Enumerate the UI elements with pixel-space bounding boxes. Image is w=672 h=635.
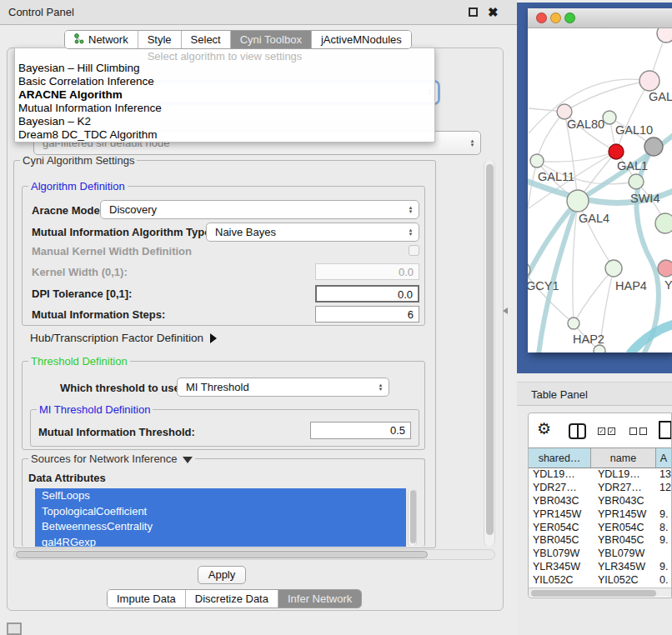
network-node[interactable] — [657, 28, 672, 42]
tab-infer-network[interactable]: Infer Network — [278, 590, 361, 608]
data-attribute-item[interactable]: TopologicalCoefficient — [35, 504, 406, 520]
zoom-window-icon[interactable] — [564, 12, 575, 23]
table-cell: YDR27… — [529, 482, 591, 495]
table-horizontal-scrollbar[interactable] — [529, 588, 672, 597]
tab-jactivemnodules[interactable]: jActiveMNodules — [312, 31, 411, 48]
network-node[interactable] — [603, 111, 616, 124]
table-row[interactable]: YBR045CYBR045C9. — [529, 534, 671, 548]
network-edge[interactable] — [528, 161, 537, 270]
apply-button[interactable]: Apply — [198, 566, 246, 584]
algorithm-option[interactable]: Basic Correlation Inference — [15, 75, 434, 88]
column-header-third[interactable]: A — [656, 448, 671, 468]
docked-panel-icon[interactable] — [7, 622, 22, 635]
select-all-icon-2[interactable]: ✓ — [608, 428, 615, 435]
table-row[interactable]: YER054CYER054C8. — [529, 522, 671, 535]
table-cell: YBL079W — [529, 548, 591, 561]
tab-select[interactable]: Select — [182, 31, 231, 48]
table-cell: YIL052C — [529, 574, 591, 588]
table-row[interactable]: YBR043CYBR043C — [529, 495, 671, 508]
deselect-all-icon-2[interactable] — [639, 428, 647, 435]
split-pane-collapse-arrow[interactable] — [503, 308, 508, 314]
close-panel-icon[interactable]: ✖ — [488, 5, 499, 20]
table-row[interactable]: YDR27…YDR27…12 — [529, 482, 671, 495]
dpi-tolerance-label: DPI Tolerance [0,1]: — [32, 288, 132, 300]
mi-threshold-field[interactable]: 0.5 — [310, 422, 411, 439]
network-window-titlebar[interactable] — [528, 8, 672, 28]
aracne-mode-label: Aracne Mode: — [32, 204, 103, 217]
network-node[interactable] — [639, 71, 659, 91]
column-header-shared-name[interactable]: shared… — [529, 448, 591, 468]
show-columns-icon[interactable] — [569, 423, 586, 439]
table-cell: 9. — [656, 508, 671, 522]
settings-horizontal-scrollbar[interactable] — [13, 549, 495, 560]
network-edge-thick[interactable] — [629, 323, 672, 352]
algorithm-option[interactable]: ARACNE Algorithm — [15, 88, 434, 102]
mi-algorithm-type-label: Mutual Information Algorithm Type: — [32, 226, 214, 238]
mi-steps-field[interactable]: 6 — [315, 306, 419, 322]
network-node[interactable] — [594, 345, 605, 352]
tab-cyni-toolbox[interactable]: Cyni Toolbox — [231, 31, 312, 48]
tab-discretize-data[interactable]: Discretize Data — [186, 590, 278, 608]
which-threshold-combo[interactable]: MI Threshold▲▼ — [177, 378, 389, 397]
column-header-name[interactable]: name — [591, 448, 656, 468]
algorithm-option[interactable]: Bayesian – Hill Climbing — [15, 62, 434, 75]
float-panel-icon[interactable] — [469, 8, 478, 17]
collapse-arrow-icon[interactable] — [183, 457, 193, 463]
minimize-window-icon[interactable] — [550, 12, 561, 23]
attributes-list-scrollbar[interactable] — [408, 488, 417, 547]
aracne-mode-combo[interactable]: Discovery▲▼ — [100, 200, 419, 219]
data-attribute-item[interactable]: SelfLoops — [35, 488, 406, 504]
table-cell: YBR043C — [529, 495, 591, 508]
export-table-icon[interactable] — [659, 421, 672, 439]
data-attribute-item[interactable]: gal4RGexp — [35, 535, 406, 548]
dropdown-placeholder: Select algorithm to view settings — [15, 48, 434, 62]
network-edge[interactable] — [537, 112, 564, 161]
table-cell: YER054C — [591, 522, 656, 535]
deselect-all-icon[interactable] — [629, 428, 637, 435]
network-tab-icon — [74, 33, 84, 47]
table-row[interactable]: YLR345WYLR345W9. — [529, 561, 671, 574]
close-window-icon[interactable] — [536, 12, 547, 23]
table-cell: YBR045C — [591, 534, 656, 548]
tab-network[interactable]: Network — [65, 31, 138, 48]
hub-definition-section[interactable]: Hub/Transcription Factor Definition — [30, 332, 217, 344]
network-edge[interactable] — [564, 81, 649, 112]
network-node-label: GAL1 — [617, 159, 648, 172]
network-node[interactable] — [658, 260, 672, 277]
table-row[interactable]: YPR145WYPR145W9. — [529, 508, 671, 522]
select-all-icon[interactable]: ✓ — [598, 428, 605, 435]
table-cell: YDL19… — [591, 468, 656, 482]
network-node[interactable] — [644, 138, 663, 156]
table-row[interactable]: YIL052CYIL052C0. — [529, 574, 671, 588]
tab-impute-data[interactable]: Impute Data — [108, 590, 186, 608]
network-node[interactable] — [567, 190, 589, 212]
table-cell — [656, 548, 671, 561]
network-node-label: GAL — [649, 90, 672, 103]
network-node[interactable] — [609, 144, 624, 159]
algorithm-option[interactable]: Dream8 DC_TDC Algorithm — [15, 128, 434, 142]
expand-arrow-icon[interactable] — [210, 333, 217, 343]
manual-kernel-width-checkbox[interactable] — [409, 245, 419, 256]
algorithm-option[interactable]: Mutual Information Inference — [15, 102, 434, 115]
network-node-label: GAL11 — [538, 170, 574, 183]
network-edge[interactable] — [616, 81, 649, 152]
network-node[interactable] — [629, 174, 644, 189]
network-node[interactable] — [568, 318, 579, 329]
data-attribute-item[interactable]: BetweennessCentrality — [35, 519, 406, 535]
gear-icon[interactable]: ⚙ — [537, 419, 551, 438]
network-node[interactable] — [605, 260, 622, 277]
settings-vertical-scrollbar[interactable] — [484, 160, 495, 547]
mi-algorithm-type-combo[interactable]: Naive Bayes▲▼ — [206, 222, 419, 242]
tab-style[interactable]: Style — [138, 31, 182, 48]
which-threshold-label: Which threshold to use: — [60, 382, 183, 394]
network-node[interactable] — [655, 213, 672, 233]
network-edge[interactable] — [537, 152, 616, 162]
table-row[interactable]: YBL079WYBL079W — [529, 548, 671, 561]
table-row[interactable]: YDL19…YDL19…13 — [529, 468, 671, 482]
network-canvas[interactable]: GALGAL80GAL10GAL11GAL1SWI4GAL4GCY1HAP4YH… — [528, 28, 672, 352]
kernel-width-field[interactable]: 0.0 — [315, 263, 419, 280]
dpi-tolerance-field[interactable]: 0.0 — [315, 285, 419, 302]
network-node[interactable] — [530, 154, 544, 168]
algorithm-option[interactable]: Bayesian – K2 — [15, 115, 434, 128]
table-cell: YPR145W — [591, 508, 656, 522]
